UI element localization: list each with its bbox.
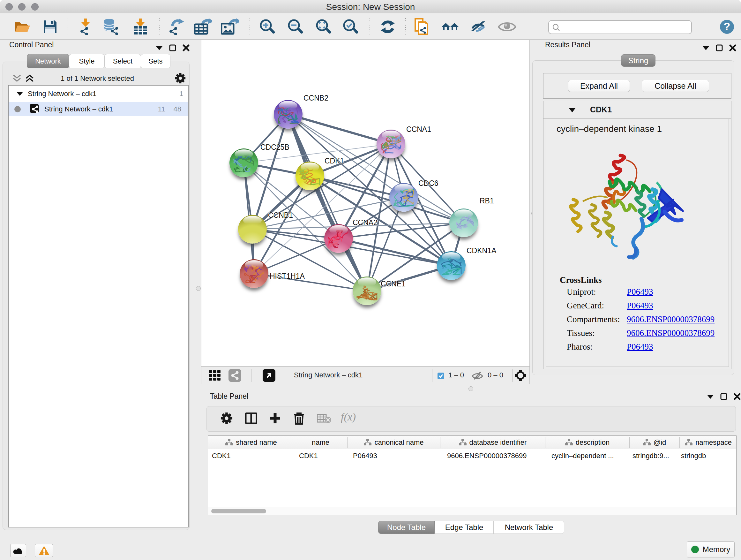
svg-text:?: ? xyxy=(724,20,731,32)
